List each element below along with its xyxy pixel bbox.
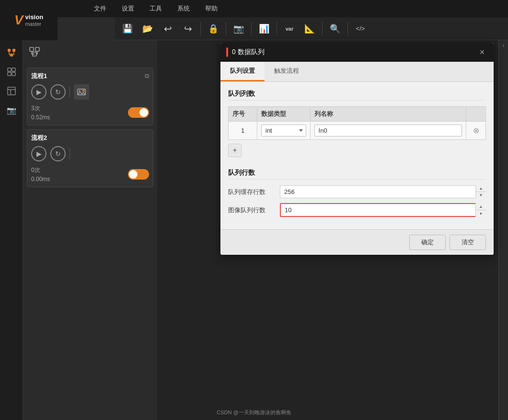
queue-rows-section: 队列行数 队列缓存行数 ▲ ▼ [228,169,486,217]
flow-2-refresh-btn[interactable]: ↻ [50,146,66,161]
flow-card-2-stats: 0次 0.00ms [31,165,149,183]
flow-card-2-title-text: 流程2 [31,134,47,142]
code-icon[interactable]: </> [352,20,369,37]
flow-panel-header [27,44,153,62]
dialog-tabs: 队列设置 触发流程 [220,62,494,82]
image-rows-input[interactable] [280,203,486,217]
flow-1-refresh-btn[interactable]: ↻ [50,84,66,100]
svg-rect-1 [12,49,15,52]
flow-1-toggle[interactable] [128,107,149,118]
buffer-rows-label: 队列缓存行数 [228,188,276,196]
image-rows-down[interactable]: ▼ [476,210,486,217]
menu-settings[interactable]: 设置 [119,2,137,15]
header-row: V vision master 文件 设置 工具 系统 帮助 💾 📂 ↩ ↪ 🔒 [0,0,508,40]
row-delete-cell: ⊗ [466,122,486,140]
svg-rect-7 [8,68,11,71]
dialog-data-queue: 0 数据队列 × 队列设置 触发流程 队列列数 序号 [220,43,494,255]
redo-icon[interactable]: ↪ [179,20,196,37]
flow-card-1-controls: ▶ ↻ [31,84,149,100]
row-type-select[interactable]: int float string bool [261,125,306,136]
col-header-type: 数据类型 [257,107,311,122]
flow-card-2: 流程2 ▶ ↻ 0次 0.00ms [27,129,153,187]
menu-tools[interactable]: 工具 [147,2,165,15]
menu-help[interactable]: 帮助 [202,2,220,15]
field-row-image: 图像队列行数 ▲ ▼ [228,203,486,217]
open-icon[interactable]: 📂 [139,20,156,37]
toolbar: 💾 📂 ↩ ↪ 🔒 📷 📊 var 📐 🔍 </> [115,17,508,40]
dialog-close-btn[interactable]: × [476,46,488,58]
menu-items: 文件 设置 工具 系统 帮助 [91,2,220,15]
svg-rect-10 [12,72,15,76]
sidebar-camera-icon[interactable]: 📷 [3,102,20,119]
menu-system[interactable]: 系统 [174,2,193,15]
search-icon[interactable]: 🔍 [326,20,344,37]
dialog-title-accent [226,47,228,57]
flow-1-image-btn[interactable] [74,84,89,100]
image-rows-up[interactable]: ▲ [476,203,486,210]
col-header-action [466,107,486,122]
var-icon[interactable]: var [281,20,298,37]
flow-card-2-title: 流程2 [31,134,149,142]
flow-2-time: 0.00ms [31,176,50,182]
confirm-button[interactable]: 确定 [409,235,446,250]
svg-rect-0 [8,49,11,52]
svg-rect-11 [8,87,15,95]
queue-columns-table: 序号 数据类型 列名称 1 int [228,106,486,140]
col-header-name: 列名称 [310,107,466,122]
dialog-footer: 确定 清空 [220,229,494,255]
right-mini-panel: › [498,40,508,420]
sidebar-table-icon[interactable] [3,82,20,100]
buffer-rows-up[interactable]: ▲ [476,185,486,192]
row-delete-btn[interactable]: ⊗ [470,125,482,136]
toolbar-sep-1 [200,22,201,35]
content-area: 0 数据队列 × 队列设置 触发流程 队列列数 序号 [157,40,498,420]
buffer-rows-input[interactable] [280,185,486,198]
toolbar-sep-2 [226,22,226,35]
tab-trigger-flow[interactable]: 触发流程 [265,62,309,81]
flow-2-play-btn[interactable]: ▶ [31,146,46,161]
menu-file[interactable]: 文件 [91,2,109,15]
add-row-button[interactable]: + [228,144,242,157]
flow-card-2-controls: ▶ ↻ [31,146,149,161]
buffer-rows-input-wrap: ▲ ▼ [280,185,486,198]
svg-rect-8 [12,68,15,71]
top-menubar: 文件 设置 工具 系统 帮助 [58,0,508,17]
chart-icon[interactable]: 📊 [255,20,273,37]
row-name-input[interactable] [314,125,462,136]
logo-v-icon: V [14,13,23,27]
image-rows-label: 图像队列行数 [228,206,276,215]
logo-sub: master [25,21,44,27]
row-index: 1 [229,122,257,140]
flow-1-count: 3次 [31,105,40,112]
sidebar-grid-icon[interactable] [3,63,20,80]
col-header-index: 序号 [229,107,257,122]
measure-icon[interactable]: 📐 [301,20,318,37]
sidebar-flow-icon[interactable] [3,44,20,61]
camera-icon[interactable]: 📷 [230,20,247,37]
flow-card-1-title-text: 流程1 [31,72,47,80]
flow-card-1: 流程1 ⧉ ▶ ↻ 3次 0.52m [27,68,153,125]
save-icon[interactable]: 💾 [119,20,136,37]
flow-panel: 流程1 ⧉ ▶ ↻ 3次 0.52m [23,40,157,420]
buffer-rows-spinners: ▲ ▼ [475,185,486,198]
ctrl-sep-2 [69,148,70,159]
toolbar-sep-3 [251,22,252,35]
buffer-rows-down[interactable]: ▼ [476,192,486,198]
svg-rect-2 [10,54,13,57]
row-name-cell [310,122,466,140]
image-rows-input-wrap: ▲ ▼ [280,203,486,217]
toolbar-sep-5 [322,22,323,35]
right-panel-expand-icon[interactable]: › [503,42,505,49]
image-rows-spinners: ▲ ▼ [475,203,486,217]
undo-icon[interactable]: ↩ [159,20,176,37]
flow-2-toggle[interactable] [128,169,149,180]
logo-bar: V vision master [0,0,58,40]
flow-1-play-btn[interactable]: ▶ [31,84,46,100]
lock-icon[interactable]: 🔒 [205,20,222,37]
flow-card-1-copy-icon[interactable]: ⧉ [145,72,149,80]
queue-rows-title: 队列行数 [228,169,486,180]
tab-queue-settings[interactable]: 队列设置 [220,62,265,81]
clear-button[interactable]: 清空 [450,235,486,250]
queue-columns-title: 队列列数 [228,90,486,101]
flow-panel-header-icon [29,46,40,60]
